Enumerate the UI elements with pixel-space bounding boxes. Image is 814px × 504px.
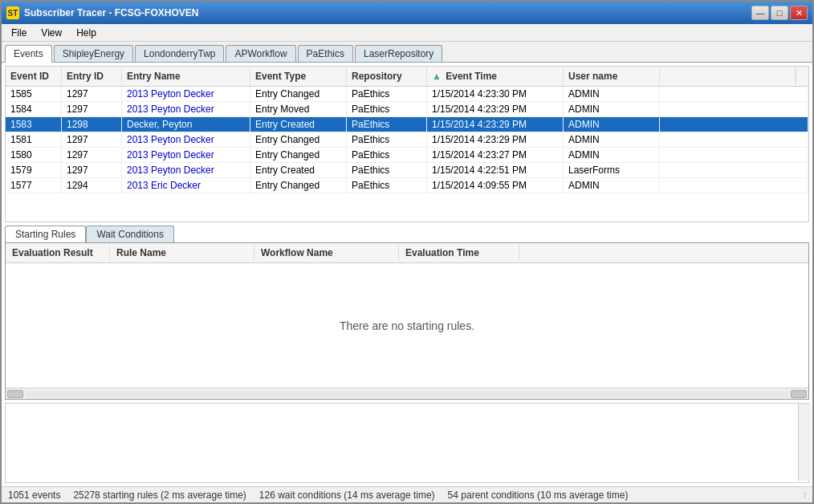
table-cell: 1/15/2014 4:23:29 PM bbox=[427, 117, 564, 132]
tab-events[interactable]: Events bbox=[5, 45, 52, 63]
table-cell: 2013 Eric Decker bbox=[122, 178, 250, 193]
app-icon: ST bbox=[6, 6, 19, 19]
wait-conditions-status: 126 wait conditions (14 ms average time) bbox=[259, 490, 435, 501]
table-cell: 1297 bbox=[62, 148, 122, 162]
no-data-message: There are no starting rules. bbox=[340, 319, 474, 332]
menu-help[interactable]: Help bbox=[70, 26, 103, 40]
table-cell: ADMIN bbox=[564, 148, 660, 162]
table-cell: 1579 bbox=[6, 163, 62, 177]
header-repository[interactable]: Repository bbox=[347, 68, 427, 84]
header-entry-name[interactable]: Entry Name bbox=[122, 68, 250, 84]
table-cell: PaEthics bbox=[347, 178, 427, 193]
starting-rules-status: 25278 starting rules (2 ms average time) bbox=[73, 490, 246, 501]
events-table-body[interactable]: 158512972013 Peyton DeckerEntry ChangedP… bbox=[6, 87, 808, 222]
close-button[interactable]: ✕ bbox=[790, 6, 808, 20]
header-filler bbox=[519, 245, 808, 261]
main-tab-bar: Events ShipleyEnergy LondonderryTwp APWo… bbox=[2, 42, 812, 63]
table-cell bbox=[660, 148, 808, 162]
rules-table-body: There are no starting rules. bbox=[6, 263, 808, 388]
table-row[interactable]: 157912972013 Peyton DeckerEntry CreatedP… bbox=[6, 163, 808, 178]
table-cell: ADMIN bbox=[564, 117, 660, 132]
table-cell: 1/15/2014 4:23:30 PM bbox=[427, 87, 564, 101]
table-cell: 2013 Peyton Decker bbox=[122, 132, 250, 147]
table-cell: 1297 bbox=[62, 87, 122, 101]
scroll-left-btn[interactable] bbox=[7, 390, 23, 398]
table-cell: PaEthics bbox=[347, 102, 427, 116]
header-extra bbox=[660, 68, 796, 84]
tab-londonderry-twp[interactable]: LondonderryTwp bbox=[135, 45, 224, 62]
tab-shipley-energy[interactable]: ShipleyEnergy bbox=[54, 45, 133, 62]
table-cell: 1583 bbox=[6, 117, 62, 132]
table-row[interactable]: 158412972013 Peyton DeckerEntry MovedPaE… bbox=[6, 102, 808, 117]
header-eval-time[interactable]: Evaluation Time bbox=[399, 245, 519, 261]
table-cell: ADMIN bbox=[564, 87, 660, 101]
header-entry-id[interactable]: Entry ID bbox=[62, 68, 122, 84]
maximize-button[interactable]: □ bbox=[771, 6, 788, 20]
table-cell: Entry Created bbox=[250, 163, 347, 177]
tab-laser-repository[interactable]: LaserRepository bbox=[355, 45, 442, 62]
table-cell: 1585 bbox=[6, 87, 62, 101]
table-cell: 1297 bbox=[62, 163, 122, 177]
sub-tab-bar: Starting Rules Wait Conditions bbox=[5, 226, 809, 242]
header-event-time[interactable]: ▲ Event Time bbox=[427, 68, 564, 84]
table-cell: ADMIN bbox=[564, 102, 660, 116]
header-rule-name[interactable]: Rule Name bbox=[110, 245, 254, 261]
content-area: Event ID Entry ID Entry Name Event Type … bbox=[2, 63, 812, 486]
table-cell: 1/15/2014 4:23:27 PM bbox=[427, 148, 564, 162]
main-window: ST Subscriber Tracer - FCSG-FOXHOVEN — □… bbox=[0, 0, 814, 504]
resize-grip[interactable]: ⁝ bbox=[804, 490, 806, 499]
table-cell: 1/15/2014 4:09:55 PM bbox=[427, 178, 564, 193]
header-event-id[interactable]: Event ID bbox=[6, 68, 62, 84]
scroll-right-btn[interactable] bbox=[791, 390, 807, 398]
title-bar: ST Subscriber Tracer - FCSG-FOXHOVEN — □… bbox=[2, 2, 812, 24]
table-cell: 2013 Peyton Decker bbox=[122, 87, 250, 101]
sub-tab-wait-conditions[interactable]: Wait Conditions bbox=[86, 226, 174, 242]
horizontal-scrollbar[interactable] bbox=[6, 388, 808, 399]
table-row[interactable]: 158112972013 Peyton DeckerEntry ChangedP… bbox=[6, 132, 808, 148]
minimize-button[interactable]: — bbox=[751, 6, 769, 20]
right-scrollbar[interactable] bbox=[798, 404, 809, 481]
table-cell: PaEthics bbox=[347, 148, 427, 162]
table-cell: 2013 Peyton Decker bbox=[122, 148, 250, 162]
lower-section: Starting Rules Wait Conditions Evaluatio… bbox=[5, 226, 809, 483]
window-controls: — □ ✕ bbox=[751, 6, 808, 20]
table-cell: 1581 bbox=[6, 132, 62, 147]
table-row[interactable]: 158512972013 Peyton DeckerEntry ChangedP… bbox=[6, 87, 808, 102]
events-count: 1051 events bbox=[8, 490, 60, 501]
tab-pa-ethics[interactable]: PaEthics bbox=[298, 45, 353, 62]
table-cell: 1298 bbox=[62, 117, 122, 132]
scroll-track[interactable] bbox=[25, 391, 789, 397]
table-row[interactable]: 158012972013 Peyton DeckerEntry ChangedP… bbox=[6, 148, 808, 163]
menu-bar: File View Help bbox=[2, 24, 812, 42]
table-cell: 1584 bbox=[6, 102, 62, 116]
header-eval-result[interactable]: Evaluation Result bbox=[6, 245, 110, 261]
rules-table-header: Evaluation Result Rule Name Workflow Nam… bbox=[6, 243, 808, 263]
bottom-panel bbox=[5, 403, 809, 483]
header-workflow-name[interactable]: Workflow Name bbox=[254, 245, 399, 261]
table-row[interactable]: 157712942013 Eric DeckerEntry ChangedPaE… bbox=[6, 178, 808, 193]
table-cell: 1/15/2014 4:23:29 PM bbox=[427, 102, 564, 116]
table-cell bbox=[660, 132, 808, 147]
table-row[interactable]: 15831298Decker, PeytonEntry CreatedPaEth… bbox=[6, 117, 808, 132]
table-cell: 2013 Peyton Decker bbox=[122, 163, 250, 177]
window-title: Subscriber Tracer - FCSG-FOXHOVEN bbox=[24, 7, 198, 18]
tab-ap-workflow[interactable]: APWorkflow bbox=[226, 45, 295, 62]
header-event-type[interactable]: Event Type bbox=[250, 68, 347, 84]
status-bar: 1051 events 25278 starting rules (2 ms a… bbox=[2, 486, 812, 502]
sub-tab-starting-rules[interactable]: Starting Rules bbox=[5, 226, 86, 242]
table-cell: PaEthics bbox=[347, 87, 427, 101]
table-cell: 1/15/2014 4:23:29 PM bbox=[427, 132, 564, 147]
scrollbar-placeholder bbox=[796, 68, 808, 84]
table-cell bbox=[660, 87, 808, 101]
menu-file[interactable]: File bbox=[5, 26, 33, 40]
table-cell bbox=[660, 163, 808, 177]
table-cell: PaEthics bbox=[347, 132, 427, 147]
table-cell bbox=[660, 178, 808, 193]
table-cell: Entry Changed bbox=[250, 148, 347, 162]
table-cell: 1580 bbox=[6, 148, 62, 162]
table-cell: 1297 bbox=[62, 132, 122, 147]
table-cell: 1/15/2014 4:22:51 PM bbox=[427, 163, 564, 177]
table-cell: 1294 bbox=[62, 178, 122, 193]
header-username[interactable]: User name bbox=[564, 68, 660, 84]
menu-view[interactable]: View bbox=[35, 26, 68, 40]
